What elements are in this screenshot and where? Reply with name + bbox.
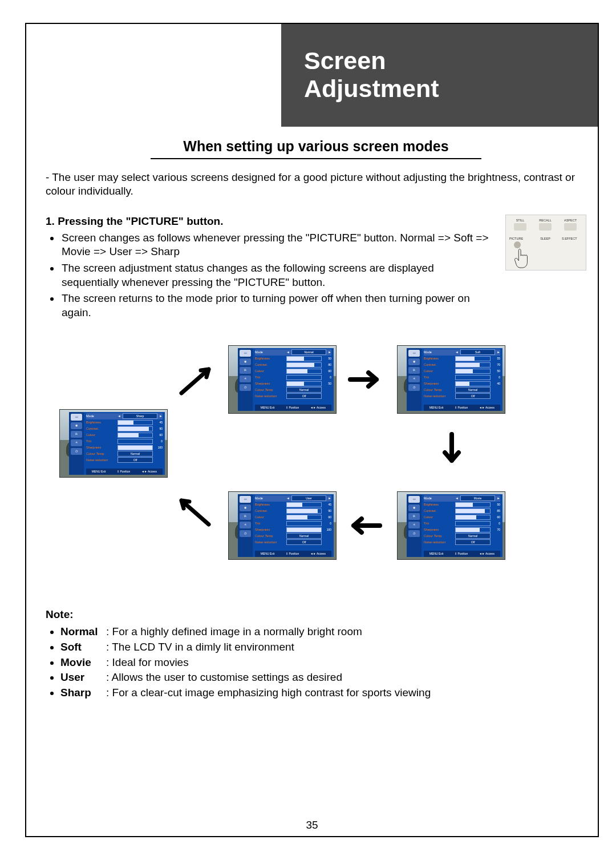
- note-term: User: [60, 671, 106, 685]
- chapter-title-box: Screen Adjustment: [281, 24, 598, 127]
- remote-label-aspect: ASPECT: [563, 219, 578, 223]
- note-desc: : Ideal for movies: [106, 656, 189, 668]
- note-item: User: Allows the user to customise setti…: [60, 671, 586, 685]
- arrow-left-icon: [348, 515, 382, 536]
- step-bullet: Screen changes as follows whenever press…: [60, 231, 494, 259]
- note-desc: : For a highly defined image in a normal…: [106, 625, 362, 637]
- note-item: Movie: Ideal for movies: [60, 656, 586, 670]
- manual-page: Screen Adjustment When setting up variou…: [0, 0, 616, 860]
- arrow-icon: [178, 494, 218, 528]
- screen-mode-diagram: ▭ ◉ ⧉ ✳ ◷ Mode◄Normal► Brightness50 Cont…: [46, 345, 586, 591]
- note-term: Normal: [60, 625, 106, 639]
- note-desc: : Allows the user to customise settings …: [106, 671, 342, 683]
- step-bullet: The screen adjustment status changes as …: [60, 261, 494, 289]
- arrow-icon: [178, 362, 218, 397]
- osd-screen-normal: ▭ ◉ ⧉ ✳ ◷ Mode◄Normal► Brightness50 Cont…: [228, 345, 337, 414]
- content-area: When setting up various screen modes - T…: [46, 137, 586, 701]
- notes-list: Normal: For a highly defined image in a …: [46, 625, 586, 700]
- osd-screen-soft: ▭ ◉ ⧉ ✳ ◷ Mode◄Soft► Brightness55 Contra…: [397, 345, 505, 414]
- remote-illustration: STILL RECALL ASPECT PICTURE SLEEP S.EFFE…: [505, 215, 586, 270]
- chapter-line-1: Screen: [304, 47, 598, 75]
- step-number: 1.: [46, 215, 55, 227]
- remote-button-recall: [539, 223, 552, 231]
- remote-label-sleep: SLEEP: [538, 237, 553, 241]
- step-1: 1. Pressing the "PICTURE" button. Screen…: [46, 215, 586, 322]
- remote-label-picture: PICTURE: [509, 237, 524, 241]
- remote-button-aspect: [564, 223, 577, 231]
- step-title: Pressing the "PICTURE" button.: [58, 215, 223, 227]
- note-item: Normal: For a highly defined image in a …: [60, 625, 586, 639]
- page-number: 35: [26, 819, 598, 831]
- intro-text: - The user may select various screens de…: [46, 171, 586, 199]
- remote-label-seffect: S.EFFECT: [562, 237, 577, 241]
- note-term: Soft: [60, 640, 106, 655]
- note-desc: : For a clear-cut image emphasizing high…: [106, 687, 431, 699]
- step-heading: 1. Pressing the "PICTURE" button.: [46, 215, 494, 229]
- arrow-down-icon: [441, 432, 462, 466]
- osd-screen-user: ▭ ◉ ⧉ ✳ ◷ Mode◄User► Brightness45 Contra…: [228, 491, 337, 560]
- notes-section: Note: Normal: For a highly defined image…: [46, 608, 586, 700]
- page-border: Screen Adjustment When setting up variou…: [25, 23, 599, 837]
- note-desc: : The LCD TV in a dimly lit environment: [106, 641, 294, 653]
- osd-screen-sharp: ▭ ◉ ⧉ ✳ ◷ Mode◄Sharp► Brightness45 Contr…: [59, 409, 168, 478]
- section-title: When setting up various screen modes: [151, 137, 481, 159]
- note-item: Soft: The LCD TV in a dimly lit environm…: [60, 640, 586, 655]
- remote-button-still: [514, 223, 526, 231]
- note-term: Sharp: [60, 686, 106, 700]
- hand-pointer-icon: [513, 247, 530, 269]
- step-bullets: Screen changes as follows whenever press…: [46, 231, 494, 320]
- chapter-line-2: Adjustment: [304, 75, 598, 103]
- step-text: 1. Pressing the "PICTURE" button. Screen…: [46, 215, 494, 322]
- remote-label-still: STILL: [513, 219, 528, 223]
- remote-label-recall: RECALL: [538, 219, 553, 223]
- step-bullet: The screen returns to the mode prior to …: [60, 292, 494, 320]
- notes-heading: Note:: [46, 608, 586, 622]
- arrow-right-icon: [348, 369, 382, 390]
- note-item: Sharp: For a clear-cut image emphasizing…: [60, 686, 586, 700]
- osd-screen-movie: ▭ ◉ ⧉ ✳ ◷ Mode◄Movie► Brightness50 Contr…: [397, 491, 505, 560]
- note-term: Movie: [60, 656, 106, 670]
